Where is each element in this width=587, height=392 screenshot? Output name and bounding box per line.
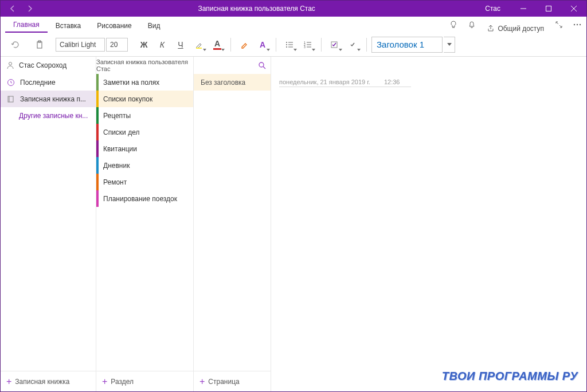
- page-datestamp: понедельник, 21 января 2019 г. 12:36: [279, 79, 411, 87]
- nav-other-label: Другие записные кн...: [19, 112, 88, 120]
- section-item[interactable]: Заметки на полях: [96, 74, 193, 91]
- add-page-label: Страница: [208, 378, 239, 386]
- tags-button[interactable]: [345, 36, 362, 53]
- section-item[interactable]: Ремонт: [96, 174, 193, 190]
- pages-column: Без заголовка + Страница: [194, 57, 271, 391]
- svg-point-10: [286, 46, 287, 48]
- sections-header-title: Записная книжка пользователя Стас: [96, 58, 193, 72]
- svg-rect-23: [8, 96, 13, 102]
- nav-recent-label: Последние: [20, 79, 56, 87]
- svg-point-3: [577, 24, 578, 25]
- back-button[interactable]: [4, 1, 21, 17]
- todo-tag-button[interactable]: [326, 36, 343, 53]
- share-button[interactable]: Общий доступ: [481, 25, 550, 33]
- lightbulb-icon[interactable]: [444, 17, 463, 33]
- page-content[interactable]: понедельник, 21 января 2019 г. 12:36: [271, 57, 586, 391]
- clock-icon: [6, 78, 15, 87]
- svg-line-26: [263, 66, 265, 69]
- maximize-button[interactable]: [536, 1, 561, 17]
- window-title: Записная книжка пользователя Стас: [38, 5, 475, 13]
- nav-user[interactable]: Стас Скороход: [1, 57, 96, 74]
- section-item[interactable]: Планирование поездок: [96, 190, 193, 207]
- share-label: Общий доступ: [498, 25, 544, 33]
- user-name[interactable]: Стас: [475, 5, 511, 13]
- sections-column: Записная книжка пользователя Стас Заметк…: [96, 57, 194, 391]
- svg-point-21: [9, 62, 12, 65]
- minimize-button[interactable]: [511, 1, 536, 17]
- highlight-button[interactable]: [190, 36, 208, 53]
- nav-recent[interactable]: Последние: [1, 74, 96, 91]
- font-size-select[interactable]: 20: [106, 38, 128, 52]
- undo-button[interactable]: [6, 36, 24, 53]
- page-time: 12:36: [384, 79, 400, 85]
- add-page-button[interactable]: + Страница: [194, 371, 271, 391]
- nav-user-name: Стас Скороход: [19, 61, 66, 69]
- svg-point-25: [259, 62, 264, 67]
- section-item[interactable]: Списки дел: [96, 124, 193, 140]
- watermark: ТВОИ ПРОГРАММЫ РУ: [442, 370, 578, 383]
- svg-point-9: [286, 44, 287, 45]
- section-item[interactable]: Списки покупок: [96, 91, 193, 107]
- plus-icon: +: [199, 377, 205, 387]
- sections-header: Записная книжка пользователя Стас: [96, 57, 193, 74]
- clipboard-button[interactable]: [31, 36, 48, 53]
- tab-insert[interactable]: Вставка: [48, 18, 89, 33]
- svg-point-8: [286, 42, 287, 43]
- add-section-button[interactable]: + Раздел: [96, 371, 193, 391]
- notebook-icon: [6, 95, 15, 104]
- number-list-button[interactable]: 123: [299, 36, 316, 53]
- format-painter-button[interactable]: А: [254, 36, 271, 53]
- person-icon: [6, 61, 14, 69]
- nav-notebook-label: Записная книжка п...: [20, 95, 86, 103]
- tab-view[interactable]: Вид: [140, 18, 169, 33]
- clear-format-button[interactable]: [236, 36, 253, 53]
- page-item[interactable]: Без заголовка: [194, 74, 271, 91]
- search-icon[interactable]: [258, 61, 266, 69]
- tab-home[interactable]: Главная: [5, 17, 48, 33]
- tab-draw[interactable]: Рисование: [89, 18, 139, 33]
- section-item[interactable]: Квитанции: [96, 140, 193, 157]
- add-notebook-button[interactable]: + Записная книжка: [1, 371, 96, 391]
- svg-rect-1: [546, 6, 551, 11]
- close-button[interactable]: [561, 1, 586, 17]
- svg-point-4: [580, 24, 581, 25]
- page-date: понедельник, 21 января 2019 г.: [279, 79, 370, 85]
- pages-header: [194, 57, 271, 74]
- titlebar: Записная книжка пользователя Стас Стас: [1, 1, 586, 17]
- font-name-select[interactable]: Calibri Light: [56, 38, 105, 52]
- more-icon[interactable]: [568, 17, 586, 33]
- svg-rect-7: [196, 48, 202, 49]
- svg-rect-5: [37, 42, 42, 48]
- bold-button[interactable]: Ж: [135, 36, 152, 53]
- forward-button[interactable]: [21, 1, 38, 17]
- svg-text:3: 3: [304, 45, 306, 49]
- section-item[interactable]: Дневник: [96, 157, 193, 174]
- svg-point-2: [574, 24, 575, 25]
- font-color-button[interactable]: А: [209, 36, 226, 53]
- italic-button[interactable]: К: [154, 36, 171, 53]
- bullet-list-button[interactable]: [281, 36, 298, 53]
- bell-icon[interactable]: [463, 17, 481, 33]
- plus-icon: +: [6, 377, 11, 387]
- nav-notebook[interactable]: Записная книжка п...: [1, 91, 96, 107]
- plus-icon: +: [102, 377, 107, 387]
- ribbon-toolbar: Calibri Light 20 Ж К Ч А А 123 Заголовок…: [1, 33, 586, 57]
- section-item[interactable]: Рецепты: [96, 107, 193, 124]
- underline-button[interactable]: Ч: [172, 36, 189, 53]
- fullscreen-icon[interactable]: [550, 17, 568, 33]
- heading-style-select[interactable]: Заголовок 1: [371, 37, 443, 53]
- nav-other-notebooks[interactable]: Другие записные кн...: [1, 107, 96, 124]
- add-section-label: Раздел: [111, 378, 134, 386]
- nav-column: Стас Скороход Последние Записная книжка …: [1, 57, 96, 391]
- add-notebook-label: Записная книжка: [15, 378, 69, 386]
- ribbon-tab-bar: Главная Вставка Рисование Вид Общий дост…: [1, 17, 586, 33]
- heading-dropdown[interactable]: [444, 37, 455, 53]
- share-icon: [487, 25, 495, 33]
